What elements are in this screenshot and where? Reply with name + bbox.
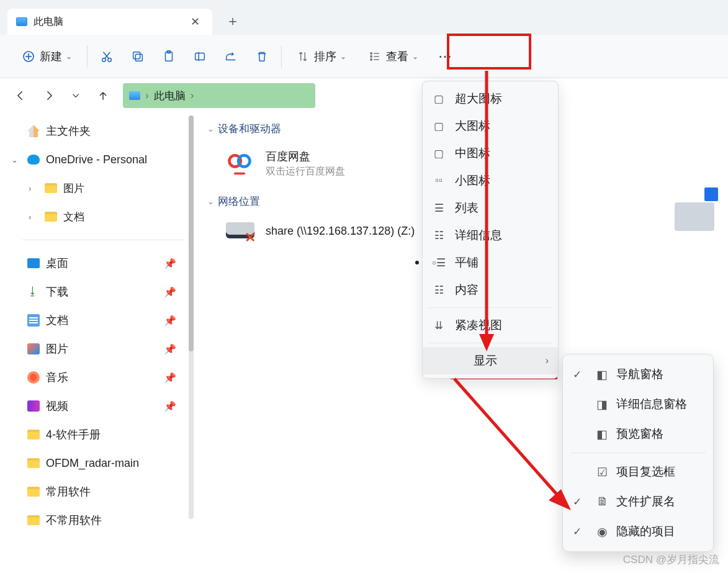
title: share (\\192.168.137.128) (Z:) xyxy=(266,225,415,238)
label: 视频 xyxy=(46,399,68,413)
sidebar-downloads[interactable]: ⭳ 下载 📌 xyxy=(0,277,195,306)
details-icon: ☷ xyxy=(431,229,446,242)
sidebar-desktop[interactable]: 桌面 📌 xyxy=(0,249,195,277)
label: 音乐 xyxy=(46,370,68,385)
svg-point-3 xyxy=(102,58,106,61)
chevron-right-icon[interactable]: › xyxy=(29,212,31,222)
menu-tiles[interactable]: ▫☰平铺 xyxy=(423,249,558,276)
up-button[interactable] xyxy=(91,83,115,108)
sub-nav-pane[interactable]: ✓◧导航窗格 xyxy=(563,359,713,389)
menu-medium-icons[interactable]: ▢中图标 xyxy=(423,140,558,167)
cut-button[interactable] xyxy=(91,43,122,70)
this-pc-icon xyxy=(16,17,27,26)
chevron-down-icon: ⌄ xyxy=(340,52,346,61)
new-button[interactable]: 新建 ⌄ xyxy=(11,43,83,70)
label: 下载 xyxy=(46,284,68,299)
content-icon: ☷ xyxy=(431,284,446,297)
sub-details-pane[interactable]: ◨详细信息窗格 xyxy=(563,389,713,419)
sidebar-sw-manual[interactable]: 4-软件手册 xyxy=(0,420,195,449)
sub-hidden-items[interactable]: ✓◉隐藏的项目 xyxy=(563,517,713,546)
menu-large-icons[interactable]: ▢大图标 xyxy=(423,112,558,140)
more-button[interactable]: ⋯ xyxy=(429,43,461,70)
label: 文档 xyxy=(63,210,84,224)
nav-row: › 此电脑 › xyxy=(0,78,728,113)
network-drive-icon: ✕ xyxy=(222,219,257,243)
label: 4-软件手册 xyxy=(46,427,101,442)
delete-button[interactable] xyxy=(246,43,277,70)
new-label: 新建 xyxy=(40,49,62,64)
pane-icon: ◧ xyxy=(595,427,609,441)
sidebar-video[interactable]: 视频 📌 xyxy=(0,392,195,420)
rename-button[interactable] xyxy=(184,43,215,70)
chevron-down-icon[interactable]: ⌄ xyxy=(11,155,18,165)
close-tab-icon[interactable]: ✕ xyxy=(187,15,204,29)
svg-rect-21 xyxy=(234,173,245,175)
pin-icon: 📌 xyxy=(164,372,176,384)
separator xyxy=(87,45,88,68)
address-bar[interactable]: › 此电脑 › xyxy=(123,83,315,108)
subtitle: 双击运行百度网盘 xyxy=(266,165,345,178)
extra-large-icon: ▢ xyxy=(431,92,446,106)
sidebar-home[interactable]: 主文件夹 xyxy=(0,117,195,145)
tab-bar: 此电脑 ✕ ＋ xyxy=(0,0,728,35)
breadcrumb-root[interactable]: 此电脑 xyxy=(154,89,186,103)
forward-button[interactable] xyxy=(36,83,61,108)
checkbox-icon: ☑ xyxy=(595,465,609,479)
label: 网络位置 xyxy=(218,194,260,209)
menu-small-icons[interactable]: ▫▫小图标 xyxy=(423,167,558,194)
sidebar-documents[interactable]: › 文档 xyxy=(0,202,195,231)
menu-list[interactable]: ☰列表 xyxy=(423,194,558,222)
sidebar-pictures[interactable]: › 图片 xyxy=(0,174,195,202)
label: 主文件夹 xyxy=(46,124,91,138)
sort-label: 排序 xyxy=(314,49,336,64)
menu-compact[interactable]: ⇊紧凑视图 xyxy=(423,312,558,339)
svg-rect-8 xyxy=(133,52,140,58)
menu-extra-large-icons[interactable]: ▢超大图标 xyxy=(423,85,558,112)
sub-preview-pane[interactable]: ◧预览窗格 xyxy=(563,419,713,449)
download-icon: ⭳ xyxy=(27,286,40,298)
view-button[interactable]: 查看 ⌄ xyxy=(357,43,429,70)
folder-icon xyxy=(45,212,57,222)
sidebar-music[interactable]: 音乐 📌 xyxy=(0,363,195,392)
check-icon: ✓ xyxy=(573,495,582,508)
music-icon xyxy=(27,371,40,384)
sub-file-ext[interactable]: ✓🗎文件扩展名 xyxy=(563,487,713,517)
check-icon: ✓ xyxy=(573,525,582,538)
small-icon: ▫▫ xyxy=(431,174,446,187)
sidebar-pictures2[interactable]: 图片 📌 xyxy=(0,335,195,363)
sidebar-ofdm[interactable]: OFDM_radar-main xyxy=(0,449,195,477)
check-icon: ✓ xyxy=(573,368,582,381)
recent-button[interactable] xyxy=(63,83,88,108)
folder-icon xyxy=(45,183,57,193)
copy-button[interactable] xyxy=(122,43,153,70)
sidebar-onedrive[interactable]: ⌄ OneDrive - Personal xyxy=(0,145,195,174)
sub-item-checkboxes[interactable]: ☑项目复选框 xyxy=(563,457,713,487)
label: 不常用软件 xyxy=(46,513,102,528)
label: OneDrive - Personal xyxy=(46,153,147,166)
label: 常用软件 xyxy=(46,484,91,499)
menu-divider xyxy=(429,343,552,343)
back-button[interactable] xyxy=(9,83,34,108)
sidebar-documents2[interactable]: 文档 📌 xyxy=(0,306,195,335)
menu-show[interactable]: 显示› xyxy=(423,347,558,374)
folder-icon xyxy=(27,458,40,468)
tab-this-pc[interactable]: 此电脑 ✕ xyxy=(7,9,212,35)
sidebar-uncommon-sw[interactable]: 不常用软件 xyxy=(0,506,195,535)
folder-icon xyxy=(27,487,40,497)
menu-divider xyxy=(429,307,552,308)
pc-icon xyxy=(675,202,714,231)
nav-pane: 主文件夹 ⌄ OneDrive - Personal › 图片 › 文档 桌面 xyxy=(0,113,199,573)
paste-button[interactable] xyxy=(153,43,184,70)
baidu-icon xyxy=(222,146,257,181)
menu-details[interactable]: ☷详细信息 xyxy=(423,222,558,249)
sidebar-common-sw[interactable]: 常用软件 xyxy=(0,477,195,506)
new-tab-button[interactable]: ＋ xyxy=(217,12,248,30)
menu-divider xyxy=(570,453,706,453)
share-button[interactable] xyxy=(215,43,246,70)
pane-icon: ◨ xyxy=(595,397,609,412)
chevron-right-icon[interactable]: › xyxy=(29,184,31,193)
menu-content[interactable]: ☷内容 xyxy=(423,276,558,304)
svg-point-14 xyxy=(371,55,372,57)
sort-button[interactable]: 排序 ⌄ xyxy=(285,43,357,70)
item-text: 百度网盘 双击运行百度网盘 xyxy=(266,149,345,178)
